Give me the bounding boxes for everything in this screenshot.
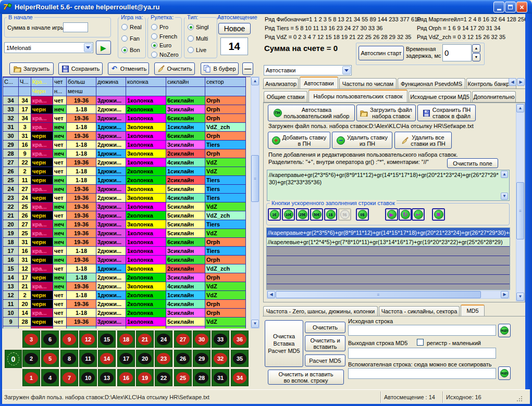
board-cell-1[interactable]: 1 [22, 369, 40, 386]
cell-sector[interactable]: Tiers [205, 176, 246, 185]
bet-list-item[interactable] [267, 256, 510, 265]
radio-option-bon[interactable]: Bon [121, 47, 140, 53]
cell-column[interactable]: 1колонка [126, 202, 166, 211]
cell-range[interactable]: 19-36 [67, 202, 96, 211]
cell-sixline[interactable]: 6сиклайн [166, 132, 205, 141]
collapse-button[interactable]: — [242, 62, 253, 75]
autobet-user-set-button[interactable]: ПНАвтоставка пользовательский набор [268, 105, 355, 121]
cell-color[interactable]: черн [31, 273, 53, 282]
cell-spin[interactable]: 17 [3, 247, 19, 256]
cell-dozen[interactable]: 3дюжи... [96, 256, 126, 264]
board-cell-22[interactable]: 22 [155, 369, 172, 386]
cell-number[interactable]: 14 [19, 309, 31, 318]
cell-parity[interactable]: чет [53, 211, 67, 220]
cell-sector[interactable]: Orph [205, 149, 246, 158]
cell-column[interactable]: 1колонка [126, 247, 166, 256]
cell-sixline[interactable]: 1сиклайн [166, 123, 205, 132]
cell-dozen[interactable]: 3дюжи... [96, 238, 126, 247]
md5-big-button[interactable]: Очистка Вставка Расчет MD5 [265, 320, 303, 367]
cell-sector[interactable]: Tiers [205, 247, 246, 256]
cell-number[interactable]: 16 [19, 141, 31, 149]
cell-sector[interactable]: Orph [205, 105, 246, 114]
cell-parity[interactable]: чет [53, 96, 67, 105]
cell-range[interactable]: 19-36 [67, 238, 96, 247]
board-cell-35[interactable]: 35 [231, 350, 249, 367]
cell-color[interactable]: кра... [31, 247, 53, 256]
cell-sector[interactable]: VdZ [205, 158, 246, 167]
chip-5usd-button[interactable]: 5$ [338, 208, 351, 221]
cell-color[interactable]: черн [31, 176, 53, 185]
title-bar[interactable]: 7 HelperRoullet 5.6- create helperroulle… [0, 0, 532, 14]
toolbar-copy-button[interactable]: В буфер [201, 62, 239, 75]
cell-sector[interactable]: VdZ [205, 229, 246, 238]
bet-list-item[interactable] [267, 284, 510, 290]
cell-column[interactable]: 2колонка [126, 167, 166, 176]
start-sum-input[interactable] [63, 22, 88, 32]
cell-color[interactable]: кра... [31, 123, 53, 132]
cell-number[interactable]: 17 [19, 105, 31, 114]
cell-parity[interactable]: чет [53, 114, 67, 123]
cell-spin[interactable]: 18 [3, 238, 19, 247]
cell-sixline[interactable]: 5сиклайн [166, 318, 205, 326]
cell-column[interactable]: 2колонка [126, 291, 166, 300]
toolbar-load-button[interactable]: Загрузить [9, 62, 54, 75]
cell-sector[interactable]: VdZ_zch [205, 211, 246, 220]
cell-dozen[interactable]: 1дюжи... [96, 291, 126, 300]
cell-range[interactable]: 1-18 [67, 167, 96, 176]
cell-parity[interactable]: неч [53, 238, 67, 247]
board-cell-9[interactable]: 9 [60, 331, 78, 348]
cell-range[interactable]: 19-36 [67, 158, 96, 167]
cell-range[interactable]: 19-36 [67, 132, 96, 141]
cell-dozen[interactable]: 2дюжи... [96, 105, 126, 114]
cell-sixline[interactable]: 1сиклайн [166, 291, 205, 300]
cell-number[interactable]: 31 [19, 132, 31, 141]
cell-column[interactable]: 1колонка [126, 96, 166, 105]
cell-sixline[interactable]: 3сиклайн [166, 141, 205, 149]
cell-range[interactable]: 19-36 [67, 256, 96, 264]
board-cell-13[interactable]: 13 [98, 369, 116, 386]
cell-sixline[interactable]: 5сиклайн [166, 229, 205, 238]
cell-spin[interactable]: 21 [3, 211, 19, 220]
cell-column[interactable]: 1колонка [126, 318, 166, 326]
cell-sector[interactable]: VdZ [205, 318, 246, 326]
cell-dozen[interactable]: 1дюжи... [96, 123, 126, 132]
cell-color[interactable]: черн [31, 194, 53, 202]
cell-sector[interactable]: Tiers [205, 185, 246, 194]
cell-spin[interactable]: 29 [3, 141, 19, 149]
cell-sixline[interactable]: 5сиклайн [166, 211, 205, 220]
board-cell-15[interactable]: 15 [98, 331, 116, 348]
board-cell-32[interactable]: 32 [212, 350, 229, 367]
cell-range[interactable]: 1-18 [67, 141, 96, 149]
radio-option-fan[interactable]: Fan [121, 35, 140, 42]
cell-parity[interactable]: неч [53, 202, 67, 211]
radio-option-pro[interactable]: Pro [151, 24, 168, 30]
bet-list-item[interactable] [267, 247, 510, 256]
cell-dozen[interactable]: 1дюжи... [96, 149, 126, 158]
cell-range[interactable]: 1-18 [67, 309, 96, 318]
tab-scroll-left-icon[interactable]: ◀ [509, 78, 516, 86]
scroll-down-icon[interactable]: ▼ [516, 293, 524, 301]
radio-option-nozero[interactable]: NoZero [151, 52, 179, 58]
cell-sector[interactable]: VdZ_zch [205, 123, 246, 132]
cell-parity[interactable]: неч [53, 282, 67, 291]
cell-parity[interactable]: неч [53, 105, 67, 114]
radio-option-multi[interactable]: Multi [188, 35, 208, 42]
md5-calc-button[interactable]: Расчет MD5 [305, 354, 345, 366]
cell-spin[interactable]: 23 [3, 194, 19, 202]
tab-bottom-1[interactable]: Частота - Zero, шансы, дюжины, колонки [263, 306, 378, 316]
bet-list-item[interactable]: //кареправые+gr(2*3*5*6)+gr(8*9*11*12)+g… [267, 228, 510, 237]
cell-number[interactable]: 31 [19, 256, 31, 264]
board-cell-28[interactable]: 28 [193, 369, 211, 386]
remove-all-bets-button[interactable]: Удалить все ставки из ПН [394, 132, 452, 149]
cell-dozen[interactable]: 3дюжи... [96, 318, 126, 326]
cell-sixline[interactable]: 6сиклайн [166, 256, 205, 264]
cell-parity[interactable]: чет [53, 247, 67, 256]
tab-bottom-3[interactable]: MD5 [461, 304, 485, 316]
cell-number[interactable]: 20 [19, 300, 31, 309]
cell-spin[interactable]: 27 [3, 158, 19, 167]
cell-dozen[interactable]: 2дюжи... [96, 194, 126, 202]
cell-dozen[interactable]: 2дюжи... [96, 282, 126, 291]
cell-color[interactable]: черн [31, 158, 53, 167]
scroll-down-icon[interactable]: ▼ [251, 320, 259, 328]
board-cell-21[interactable]: 21 [136, 331, 154, 348]
